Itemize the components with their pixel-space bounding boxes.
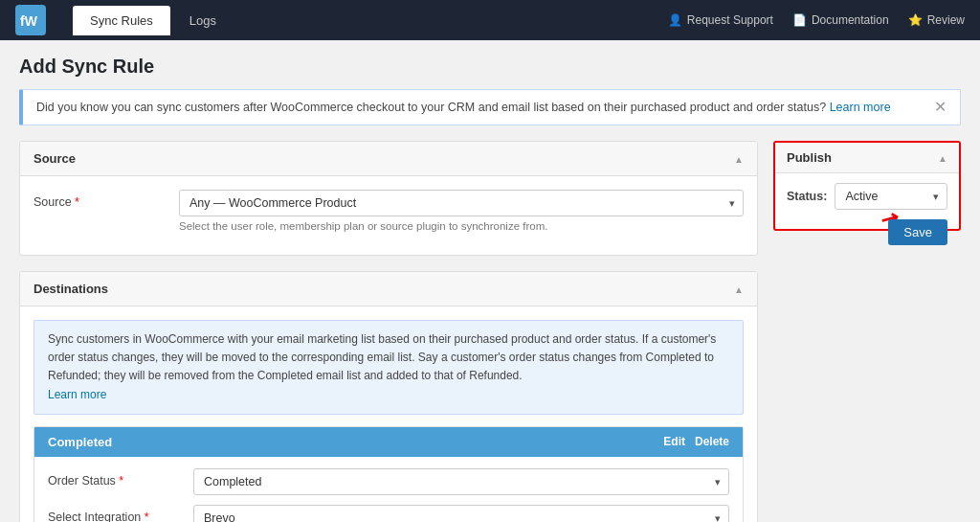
status-select-wrap: Active bbox=[835, 183, 947, 210]
integration-row: Select Integration * Brevo bbox=[48, 505, 729, 522]
logo-area: fW bbox=[15, 5, 50, 35]
source-field-label: Source * bbox=[33, 190, 167, 209]
source-field-wrap: Any — WooCommerce Product Select the use… bbox=[179, 190, 744, 232]
user-icon: 👤 bbox=[668, 13, 682, 27]
order-status-select-wrap: Completed bbox=[193, 468, 729, 495]
destinations-info-box: Sync customers in WooCommerce with your … bbox=[33, 320, 744, 415]
source-collapse-icon[interactable] bbox=[734, 151, 744, 166]
review-action[interactable]: ⭐ Review bbox=[908, 13, 965, 27]
review-label: Review bbox=[927, 13, 965, 27]
left-panel: Source Source * Any — WooCommerce Produc… bbox=[19, 141, 758, 522]
destinations-card-title: Destinations bbox=[33, 282, 108, 296]
source-hint: Select the user role, membership plan or… bbox=[179, 220, 744, 232]
publish-card-header: Publish bbox=[775, 143, 959, 173]
publish-status-row: Status: Active bbox=[787, 183, 947, 210]
nav-actions: 👤 Request Support 📄 Documentation ⭐ Revi… bbox=[668, 13, 965, 27]
top-navigation: fW Sync Rules Logs 👤 Request Support 📄 D… bbox=[0, 0, 980, 40]
banner-text: Did you know you can sync customers afte… bbox=[36, 101, 891, 114]
book-icon: 📄 bbox=[792, 13, 807, 27]
save-button[interactable]: Save bbox=[888, 219, 947, 245]
fusewp-logo: fW bbox=[15, 5, 46, 35]
destination-block-actions: Edit Delete bbox=[663, 435, 729, 448]
destinations-card-header: Destinations bbox=[20, 272, 757, 306]
star-icon: ⭐ bbox=[908, 13, 923, 27]
source-card-body: Source * Any — WooCommerce Product Selec… bbox=[20, 176, 757, 255]
destinations-card-body: Sync customers in WooCommerce with your … bbox=[20, 306, 757, 522]
request-support-label: Request Support bbox=[687, 13, 773, 27]
status-label: Status: bbox=[787, 190, 827, 203]
request-support-action[interactable]: 👤 Request Support bbox=[668, 13, 773, 27]
source-card: Source Source * Any — WooCommerce Produc… bbox=[19, 141, 758, 256]
source-form-row: Source * Any — WooCommerce Product Selec… bbox=[33, 190, 744, 232]
destination-block-title: Completed bbox=[48, 435, 112, 449]
order-status-required: * bbox=[119, 474, 123, 488]
integration-select[interactable]: Brevo bbox=[193, 505, 729, 522]
destination-block-header: Completed Edit Delete bbox=[34, 427, 743, 457]
status-select[interactable]: Active bbox=[835, 183, 947, 210]
source-select-wrap: Any — WooCommerce Product bbox=[179, 190, 744, 216]
integration-required: * bbox=[145, 511, 149, 522]
publish-card: Publish Status: Active ↗ Save bbox=[773, 141, 961, 231]
nav-tabs: Sync Rules Logs bbox=[73, 6, 668, 35]
documentation-label: Documentation bbox=[812, 13, 889, 27]
main-layout: Source Source * Any — WooCommerce Produc… bbox=[19, 141, 961, 522]
integration-select-wrap: Brevo bbox=[193, 505, 729, 522]
destinations-collapse-icon[interactable] bbox=[734, 282, 744, 296]
destination-block: Completed Edit Delete Order Status bbox=[33, 426, 744, 522]
right-panel: Publish Status: Active ↗ Save bbox=[773, 141, 961, 245]
banner-learn-more-link[interactable]: Learn more bbox=[830, 101, 891, 114]
integration-label: Select Integration * bbox=[48, 505, 182, 522]
destinations-learn-more-link[interactable]: Learn more bbox=[48, 388, 106, 401]
svg-text:fW: fW bbox=[20, 13, 38, 29]
edit-destination-button[interactable]: Edit bbox=[663, 435, 685, 448]
tab-logs[interactable]: Logs bbox=[172, 6, 234, 35]
source-card-title: Source bbox=[33, 151, 76, 166]
order-status-field: Completed bbox=[193, 468, 729, 495]
info-banner: Did you know you can sync customers afte… bbox=[19, 89, 961, 125]
delete-destination-button[interactable]: Delete bbox=[695, 435, 729, 448]
source-card-header: Source bbox=[20, 142, 757, 176]
publish-collapse-icon[interactable] bbox=[938, 150, 947, 165]
destinations-card: Destinations Sync customers in WooCommer… bbox=[19, 271, 758, 522]
source-select[interactable]: Any — WooCommerce Product bbox=[179, 190, 744, 216]
destination-block-body: Order Status * Completed bbox=[34, 457, 743, 522]
publish-card-body: Status: Active ↗ Save bbox=[775, 173, 959, 229]
tab-sync-rules[interactable]: Sync Rules bbox=[73, 6, 170, 35]
order-status-label: Order Status * bbox=[48, 468, 182, 488]
order-status-row: Order Status * Completed bbox=[48, 468, 729, 495]
source-required-indicator: * bbox=[75, 195, 79, 209]
integration-field: Brevo bbox=[193, 505, 729, 522]
page-content: Add Sync Rule Did you know you can sync … bbox=[0, 40, 980, 522]
publish-card-title: Publish bbox=[787, 150, 832, 165]
order-status-select[interactable]: Completed bbox=[193, 468, 729, 495]
destinations-info-text: Sync customers in WooCommerce with your … bbox=[48, 332, 716, 382]
page-title: Add Sync Rule bbox=[19, 56, 961, 78]
banner-close-button[interactable]: ✕ bbox=[934, 100, 947, 115]
documentation-action[interactable]: 📄 Documentation bbox=[792, 13, 889, 27]
